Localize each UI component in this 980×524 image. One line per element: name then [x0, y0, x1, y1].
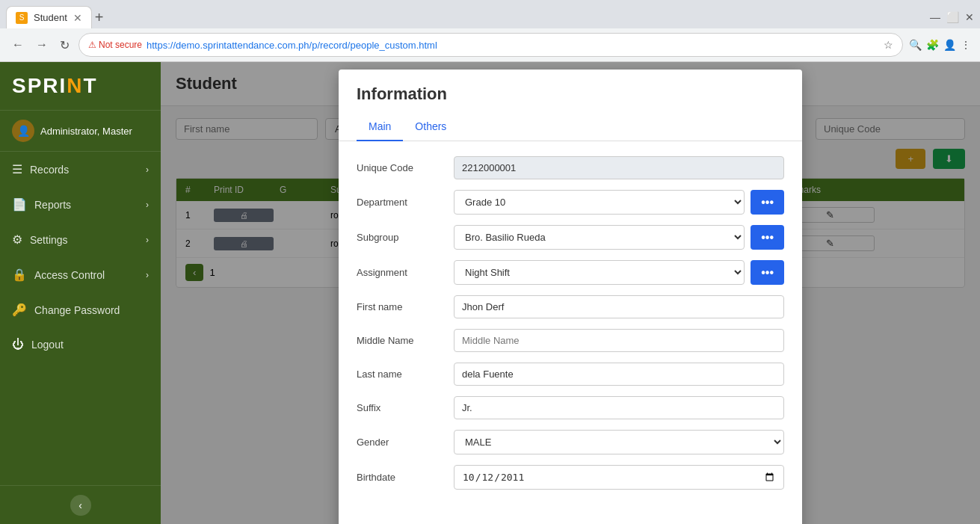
security-warning: ⚠ Not secure [88, 40, 142, 50]
sidebar-collapse: ‹ [0, 485, 161, 524]
tab-main[interactable]: Main [357, 113, 403, 141]
department-dots-button[interactable]: ••• [751, 190, 784, 215]
lastname-row: Last name [357, 363, 784, 386]
reports-label: Reports [34, 199, 71, 211]
profile-button[interactable]: 👤 [943, 39, 956, 51]
subgroup-dots-button[interactable]: ••• [751, 225, 784, 250]
tab-favicon: S [16, 12, 28, 24]
modal-backdrop: Information Main Others Unique Code Depa… [161, 62, 980, 524]
warning-text: Not secure [99, 40, 142, 50]
sidebar-item-access-control[interactable]: 🔒 Access Control › [0, 257, 161, 292]
app-layout: SPRINT 👤 Administrator, Master ☰ Records… [0, 62, 980, 524]
subgroup-select[interactable]: Bro. Basilio Rueda [454, 225, 745, 250]
url-text: https://demo.sprintattendance.com.ph/p/r… [147, 40, 437, 51]
user-name: Administrator, Master [40, 126, 132, 137]
sidebar-logo: SPRINT [0, 62, 161, 111]
minimize-button[interactable]: — [930, 11, 940, 23]
sidebar-item-change-password[interactable]: 🔑 Change Password [0, 292, 161, 327]
sidebar-item-reports[interactable]: 📄 Reports › [0, 187, 161, 222]
url-box[interactable]: ⚠ Not secure https://demo.sprintattendan… [78, 33, 903, 57]
browser-chrome: S Student ✕ + — ⬜ ✕ ← → ↻ ⚠ Not secure h… [0, 0, 980, 62]
subgroup-row: Subgroup Bro. Basilio Rueda ••• [357, 225, 784, 250]
lastname-label: Last name [357, 369, 454, 380]
bookmark-icon[interactable]: ☆ [884, 39, 893, 51]
address-bar: ← → ↻ ⚠ Not secure https://demo.sprintat… [0, 28, 980, 61]
unique-code-row: Unique Code [357, 156, 784, 179]
unique-code-input[interactable] [454, 156, 784, 179]
assignment-row: Assignment Night Shift ••• [357, 260, 784, 285]
logout-icon: ⏻ [12, 338, 24, 351]
assignment-select[interactable]: Night Shift [454, 260, 745, 285]
collapse-button[interactable]: ‹ [70, 495, 91, 516]
logo-text: SPRINT [12, 74, 149, 98]
tab-others[interactable]: Others [403, 113, 458, 141]
firstname-input[interactable] [454, 295, 784, 318]
search-browser-button[interactable]: 🔍 [909, 39, 922, 51]
settings-label: Settings [30, 234, 68, 246]
tab-controls: — ⬜ ✕ [930, 11, 974, 23]
middlename-row: Middle Name [357, 329, 784, 352]
middlename-input[interactable] [454, 329, 784, 352]
back-button[interactable]: ← [9, 35, 27, 55]
window-close-button[interactable]: ✕ [965, 11, 974, 23]
active-tab[interactable]: S Student ✕ [6, 6, 92, 28]
department-select[interactable]: Grade 10 [454, 190, 745, 215]
records-chevron: › [146, 164, 149, 175]
more-button[interactable]: ⋮ [961, 39, 971, 51]
sidebar-nav: ☰ Records › 📄 Reports › ⚙ Settings › [0, 152, 161, 485]
birthdate-label: Birthdate [357, 472, 454, 483]
sidebar-item-logout[interactable]: ⏻ Logout [0, 327, 161, 362]
change-password-icon: 🔑 [12, 303, 27, 317]
gender-row: Gender MALE FEMALE [357, 430, 784, 454]
suffix-row: Suffix [357, 396, 784, 419]
tab-close-button[interactable]: ✕ [73, 12, 82, 24]
logout-label: Logout [31, 339, 64, 351]
assignment-dots-button[interactable]: ••• [751, 260, 784, 285]
extensions-button[interactable]: 🧩 [926, 39, 939, 51]
department-row: Department Grade 10 ••• [357, 190, 784, 215]
url-actions: ☆ [884, 39, 893, 51]
subgroup-label: Subgroup [357, 232, 454, 243]
records-icon: ☰ [12, 162, 22, 176]
change-password-label: Change Password [34, 304, 120, 316]
access-control-chevron: › [146, 270, 149, 280]
birthdate-row: Birthdate [357, 465, 784, 490]
access-control-label: Access Control [34, 269, 105, 281]
warning-icon: ⚠ [88, 40, 96, 50]
tab-label: Student [34, 12, 67, 23]
suffix-input[interactable] [454, 396, 784, 419]
forward-button[interactable]: → [33, 35, 51, 55]
avatar: 👤 [12, 120, 34, 142]
subgroup-group: Bro. Basilio Rueda ••• [454, 225, 784, 250]
refresh-button[interactable]: ↻ [57, 35, 73, 55]
department-label: Department [357, 197, 454, 208]
gender-label: Gender [357, 437, 454, 448]
birthdate-input[interactable] [454, 465, 784, 490]
records-label: Records [30, 164, 69, 176]
access-control-icon: 🔒 [12, 268, 27, 282]
modal-tabs: Main Others [339, 113, 802, 141]
new-tab-button[interactable]: + [95, 9, 104, 26]
logo-dot: N [67, 74, 83, 97]
information-modal: Information Main Others Unique Code Depa… [339, 70, 802, 524]
sidebar: SPRINT 👤 Administrator, Master ☰ Records… [0, 62, 161, 524]
middlename-label: Middle Name [357, 335, 454, 346]
reports-chevron: › [146, 200, 149, 210]
main-content: Student Active + ⬇ # Print ID [161, 62, 980, 524]
sidebar-item-settings[interactable]: ⚙ Settings › [0, 222, 161, 257]
browser-actions: 🔍 🧩 👤 ⋮ [909, 39, 971, 51]
firstname-row: First name [357, 295, 784, 318]
suffix-label: Suffix [357, 402, 454, 413]
modal-footer: Close Save [339, 515, 802, 524]
lastname-input[interactable] [454, 363, 784, 386]
modal-header: Information [339, 70, 802, 113]
gender-select[interactable]: MALE FEMALE [454, 430, 784, 454]
settings-chevron: › [146, 235, 149, 245]
department-group: Grade 10 ••• [454, 190, 784, 215]
reports-icon: 📄 [12, 197, 27, 212]
maximize-button[interactable]: ⬜ [946, 11, 959, 23]
modal-title: Information [357, 84, 784, 104]
sidebar-user: 👤 Administrator, Master [0, 111, 161, 152]
sidebar-item-records[interactable]: ☰ Records › [0, 152, 161, 187]
modal-body: Unique Code Department Grade 10 ••• [339, 141, 802, 515]
